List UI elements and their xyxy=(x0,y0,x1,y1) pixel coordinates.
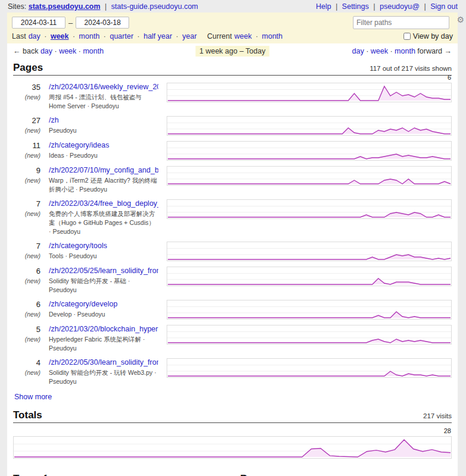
page-sparkline-box[interactable] xyxy=(167,300,452,320)
page-title-text: Develop · Pseudoyu xyxy=(49,310,158,319)
date-to-input[interactable] xyxy=(76,17,129,29)
range-last-day[interactable]: day xyxy=(29,32,40,40)
page-sparkline-box[interactable] xyxy=(167,242,452,261)
forward-month-link[interactable]: month xyxy=(395,47,415,55)
range-last-month[interactable]: month xyxy=(79,32,100,40)
page-row-text-col: /zh/category/ideas Ideas · Pseudoyu xyxy=(49,141,158,161)
pages-show-more-link[interactable]: Show more xyxy=(14,393,52,401)
pages-title: Pages xyxy=(13,62,43,74)
page-path-link[interactable]: /zh/2022/07/10/my_config_and_bea… xyxy=(49,166,158,175)
page-path-link[interactable]: /zh/2022/03/24/free_blog_deploy_u… xyxy=(49,199,158,208)
page-row: 6 (new) /zh/2022/05/25/learn_solidity_fr… xyxy=(14,267,452,295)
page-sparkline-chart[interactable] xyxy=(167,325,452,345)
range-last-year[interactable]: year xyxy=(182,32,196,40)
page-sparkline-box[interactable] xyxy=(167,325,452,345)
range-current-month[interactable]: month xyxy=(262,32,283,40)
sparkline-svg xyxy=(167,359,451,377)
settings-link[interactable]: Settings xyxy=(342,2,369,11)
page-sparkline-chart[interactable] xyxy=(167,300,452,320)
page-row-text-col: /zh/2022/07/10/my_config_and_bea… Warp，i… xyxy=(49,166,158,194)
page-sparkline-box[interactable] xyxy=(167,116,452,136)
page-row-text-col: /zh Pseudoyu xyxy=(49,116,158,136)
page-path-link[interactable]: /zh xyxy=(49,116,158,125)
separator: | xyxy=(424,2,426,11)
current-label: Current xyxy=(207,32,232,40)
date-range-dash: – xyxy=(68,18,73,27)
view-by-day-checkbox[interactable] xyxy=(404,33,411,40)
page-path-link[interactable]: /zh/2024/03/16/weekly_review_202… xyxy=(49,83,158,92)
page-new-badge: (new) xyxy=(14,277,40,284)
forward-arrow-icon: → xyxy=(445,47,452,55)
page-row-count-col: 27 (new) xyxy=(14,116,40,136)
signout-link[interactable]: Sign out xyxy=(430,2,458,11)
browsers-section-header: Browsers xyxy=(240,473,452,476)
page-path-link[interactable]: /zh/category/develop xyxy=(49,300,158,309)
sparkline-svg xyxy=(167,325,451,344)
page-new-badge: (new) xyxy=(14,177,40,184)
page-row-text-col: /zh/2021/03/20/blockchain_hyperle… Hyper… xyxy=(49,325,158,353)
range-last-week[interactable]: week xyxy=(51,32,69,40)
back-week-link[interactable]: week xyxy=(59,47,76,55)
page-sparkline-chart[interactable]: 6 xyxy=(167,83,452,102)
separator: | xyxy=(336,2,337,11)
range-last-quarter[interactable]: quarter xyxy=(110,32,133,40)
page-visit-count: 35 xyxy=(14,83,40,92)
page-sparkline-box[interactable] xyxy=(167,166,452,186)
range-last-halfyear[interactable]: half year xyxy=(143,32,172,40)
filter-paths-input[interactable] xyxy=(353,16,449,29)
page-title-text: Solidity 智能合约开发 - 基础 · Pseudoyu xyxy=(49,277,158,295)
page-row: 7 (new) /zh/category/tools Tools · Pseud… xyxy=(14,242,452,261)
user-link[interactable]: pseudoyu@ xyxy=(380,2,420,11)
back-arrow-icon: ← xyxy=(13,47,21,55)
page-sparkline-chart[interactable] xyxy=(167,199,452,219)
page-sparkline-box[interactable] xyxy=(167,83,452,102)
pages-section-header: Pages 117 out of 217 visits shown xyxy=(13,62,452,76)
gear-icon[interactable]: ⚙ xyxy=(456,15,464,24)
back-month-link[interactable]: month xyxy=(83,47,104,55)
page-title-text: Pseudoyu xyxy=(49,126,158,135)
totals-chart[interactable]: 28 xyxy=(13,436,452,459)
page-sparkline-box[interactable] xyxy=(167,141,452,161)
page-sparkline-chart[interactable] xyxy=(167,358,452,378)
page-row: 27 (new) /zh Pseudoyu xyxy=(14,116,452,136)
range-current-week[interactable]: week xyxy=(234,32,252,40)
page-sparkline-box[interactable] xyxy=(167,358,452,378)
view-by-day-control[interactable]: View by day xyxy=(404,32,453,40)
page-visit-count: 6 xyxy=(14,300,40,309)
page-new-badge: (new) xyxy=(14,93,40,101)
help-link[interactable]: Help xyxy=(316,2,331,11)
back-day-link[interactable]: day xyxy=(40,47,52,55)
page-sparkline-chart[interactable] xyxy=(167,166,452,186)
site-link-other[interactable]: stats-guide.pseudoyu.com xyxy=(111,2,198,11)
sparkline-svg xyxy=(167,267,451,286)
page-path-link[interactable]: /zh/category/ideas xyxy=(49,141,158,150)
page-visit-count: 7 xyxy=(14,242,40,250)
site-link-current[interactable]: stats.pseudoyu.com xyxy=(29,2,101,11)
page-row-text-col: /zh/category/develop Develop · Pseudoyu xyxy=(49,300,158,320)
browsers-panel: Browsers 76% Chrome 164 23% Safari 50 1%… xyxy=(240,469,452,476)
date-from-input[interactable] xyxy=(12,17,65,29)
page-path-link[interactable]: /zh/category/tools xyxy=(49,242,158,250)
page-sparkline-chart[interactable] xyxy=(167,267,452,286)
page-path-link[interactable]: /zh/2022/05/30/learn_solidity_from_… xyxy=(49,358,158,367)
page-sparkline-chart[interactable] xyxy=(167,116,452,136)
page-row-count-col: 7 (new) xyxy=(14,242,40,261)
sparkline-svg xyxy=(167,83,451,102)
forward-week-link[interactable]: week xyxy=(371,47,388,55)
totals-sparkline[interactable] xyxy=(13,436,452,459)
page-row-text-col: /zh/2022/05/30/learn_solidity_from_… Sol… xyxy=(49,358,158,386)
page-sparkline-chart[interactable] xyxy=(167,141,452,161)
totals-summary: 217 visits xyxy=(423,412,452,419)
page-path-link[interactable]: /zh/2022/05/25/learn_solidity_from_… xyxy=(49,267,158,275)
forward-label: forward xyxy=(417,47,442,55)
last-label: Last xyxy=(12,32,26,40)
page-row: 5 (new) /zh/2021/03/20/blockchain_hyperl… xyxy=(14,325,452,353)
page-sparkline-chart[interactable] xyxy=(167,242,452,261)
page-sparkline-box[interactable] xyxy=(167,199,452,219)
page-title-text: Solidity 智能合约开发 - 玩转 Web3.py · Pseudoyu xyxy=(49,368,158,386)
page-sparkline-box[interactable] xyxy=(167,267,452,286)
page-row-count-col: 9 (new) xyxy=(14,166,40,194)
page-visit-count: 27 xyxy=(14,116,40,125)
page-path-link[interactable]: /zh/2021/03/20/blockchain_hyperle… xyxy=(49,325,158,334)
forward-day-link[interactable]: day xyxy=(352,47,364,55)
